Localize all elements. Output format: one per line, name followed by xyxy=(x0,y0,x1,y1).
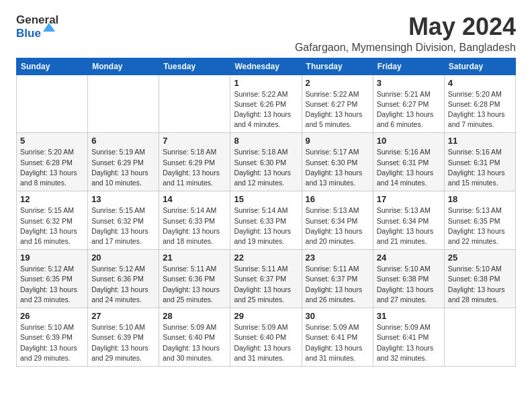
day-number: 12 xyxy=(20,194,84,204)
day-info: Sunrise: 5:21 AMSunset: 6:27 PMDaylight:… xyxy=(377,89,441,130)
day-number: 11 xyxy=(448,136,512,146)
calendar-day-31: 31Sunrise: 5:09 AMSunset: 6:41 PMDayligh… xyxy=(373,308,444,367)
calendar-day-3: 3Sunrise: 5:21 AMSunset: 6:27 PMDaylight… xyxy=(373,75,444,133)
day-number: 31 xyxy=(377,311,441,321)
main-title: May 2024 xyxy=(295,13,516,40)
title-block: May 2024 Gafargaon, Mymensingh Division,… xyxy=(295,13,516,54)
calendar-week-row: 5Sunrise: 5:20 AMSunset: 6:28 PMDaylight… xyxy=(17,133,516,191)
day-number: 1 xyxy=(234,78,298,88)
day-info: Sunrise: 5:09 AMSunset: 6:41 PMDaylight:… xyxy=(306,322,369,363)
calendar-table: SundayMondayTuesdayWednesdayThursdayFrid… xyxy=(16,58,516,367)
day-info: Sunrise: 5:19 AMSunset: 6:29 PMDaylight:… xyxy=(91,147,155,188)
day-info: Sunrise: 5:12 AMSunset: 6:36 PMDaylight:… xyxy=(91,264,155,305)
calendar-day-29: 29Sunrise: 5:09 AMSunset: 6:40 PMDayligh… xyxy=(230,308,302,367)
day-info: Sunrise: 5:16 AMSunset: 6:31 PMDaylight:… xyxy=(448,147,512,188)
calendar-week-row: 26Sunrise: 5:10 AMSunset: 6:39 PMDayligh… xyxy=(17,308,516,367)
day-info: Sunrise: 5:10 AMSunset: 6:38 PMDaylight:… xyxy=(377,264,441,305)
weekday-header-tuesday: Tuesday xyxy=(159,58,230,75)
day-number: 23 xyxy=(306,253,369,263)
empty-cell xyxy=(444,308,515,367)
day-number: 13 xyxy=(91,194,155,204)
day-info: Sunrise: 5:10 AMSunset: 6:39 PMDaylight:… xyxy=(20,322,84,363)
day-info: Sunrise: 5:18 AMSunset: 6:30 PMDaylight:… xyxy=(234,147,298,188)
calendar-day-11: 11Sunrise: 5:16 AMSunset: 6:31 PMDayligh… xyxy=(444,133,515,191)
calendar-day-6: 6Sunrise: 5:19 AMSunset: 6:29 PMDaylight… xyxy=(88,133,159,191)
calendar-day-9: 9Sunrise: 5:17 AMSunset: 6:30 PMDaylight… xyxy=(302,133,373,191)
day-info: Sunrise: 5:13 AMSunset: 6:34 PMDaylight:… xyxy=(306,205,369,246)
day-info: Sunrise: 5:15 AMSunset: 6:32 PMDaylight:… xyxy=(20,205,84,246)
calendar-day-2: 2Sunrise: 5:22 AMSunset: 6:27 PMDaylight… xyxy=(302,75,373,133)
weekday-header-monday: Monday xyxy=(88,58,159,75)
calendar-day-27: 27Sunrise: 5:10 AMSunset: 6:39 PMDayligh… xyxy=(88,308,159,367)
day-info: Sunrise: 5:09 AMSunset: 6:40 PMDaylight:… xyxy=(163,322,226,363)
day-number: 26 xyxy=(20,311,84,321)
day-number: 5 xyxy=(20,136,84,146)
weekday-header-wednesday: Wednesday xyxy=(230,58,302,75)
calendar-week-row: 12Sunrise: 5:15 AMSunset: 6:32 PMDayligh… xyxy=(17,191,516,250)
day-info: Sunrise: 5:13 AMSunset: 6:35 PMDaylight:… xyxy=(448,205,512,246)
day-info: Sunrise: 5:14 AMSunset: 6:33 PMDaylight:… xyxy=(163,205,226,246)
calendar-day-15: 15Sunrise: 5:14 AMSunset: 6:33 PMDayligh… xyxy=(230,191,302,250)
calendar-day-1: 1Sunrise: 5:22 AMSunset: 6:26 PMDaylight… xyxy=(230,75,302,133)
calendar-day-23: 23Sunrise: 5:11 AMSunset: 6:37 PMDayligh… xyxy=(302,250,373,308)
day-info: Sunrise: 5:13 AMSunset: 6:34 PMDaylight:… xyxy=(377,205,441,246)
calendar-day-30: 30Sunrise: 5:09 AMSunset: 6:41 PMDayligh… xyxy=(302,308,373,367)
day-number: 19 xyxy=(20,253,84,263)
day-number: 16 xyxy=(306,194,369,204)
day-number: 15 xyxy=(234,194,298,204)
calendar-day-19: 19Sunrise: 5:12 AMSunset: 6:35 PMDayligh… xyxy=(17,250,88,308)
logo: General Blue xyxy=(16,13,58,40)
empty-cell xyxy=(159,75,230,133)
weekday-header-friday: Friday xyxy=(373,58,444,75)
weekday-header-sunday: Sunday xyxy=(17,58,88,75)
header: General Blue May 2024 Gafargaon, Mymensi… xyxy=(16,13,516,54)
calendar-day-16: 16Sunrise: 5:13 AMSunset: 6:34 PMDayligh… xyxy=(302,191,373,250)
day-number: 2 xyxy=(306,78,369,88)
day-info: Sunrise: 5:09 AMSunset: 6:41 PMDaylight:… xyxy=(377,322,441,363)
day-info: Sunrise: 5:12 AMSunset: 6:35 PMDaylight:… xyxy=(20,264,84,305)
day-info: Sunrise: 5:22 AMSunset: 6:27 PMDaylight:… xyxy=(306,89,369,130)
day-number: 24 xyxy=(377,253,441,263)
day-info: Sunrise: 5:18 AMSunset: 6:29 PMDaylight:… xyxy=(163,147,226,188)
empty-cell xyxy=(88,75,159,133)
day-number: 9 xyxy=(306,136,369,146)
calendar-day-21: 21Sunrise: 5:11 AMSunset: 6:36 PMDayligh… xyxy=(159,250,230,308)
day-info: Sunrise: 5:11 AMSunset: 6:37 PMDaylight:… xyxy=(306,264,369,305)
day-info: Sunrise: 5:17 AMSunset: 6:30 PMDaylight:… xyxy=(306,147,369,188)
calendar-day-18: 18Sunrise: 5:13 AMSunset: 6:35 PMDayligh… xyxy=(444,191,515,250)
calendar-day-25: 25Sunrise: 5:10 AMSunset: 6:38 PMDayligh… xyxy=(444,250,515,308)
calendar-day-24: 24Sunrise: 5:10 AMSunset: 6:38 PMDayligh… xyxy=(373,250,444,308)
calendar-day-13: 13Sunrise: 5:15 AMSunset: 6:32 PMDayligh… xyxy=(88,191,159,250)
day-number: 30 xyxy=(306,311,369,321)
day-info: Sunrise: 5:09 AMSunset: 6:40 PMDaylight:… xyxy=(234,322,298,363)
calendar-day-10: 10Sunrise: 5:16 AMSunset: 6:31 PMDayligh… xyxy=(373,133,444,191)
day-info: Sunrise: 5:20 AMSunset: 6:28 PMDaylight:… xyxy=(448,89,512,130)
day-info: Sunrise: 5:15 AMSunset: 6:32 PMDaylight:… xyxy=(91,205,155,246)
subtitle: Gafargaon, Mymensingh Division, Banglade… xyxy=(295,42,516,54)
logo-triangle-icon xyxy=(43,23,55,32)
day-info: Sunrise: 5:16 AMSunset: 6:31 PMDaylight:… xyxy=(377,147,441,188)
calendar-week-row: 1Sunrise: 5:22 AMSunset: 6:26 PMDaylight… xyxy=(17,75,516,133)
logo-line2: Blue xyxy=(16,27,58,40)
calendar-day-4: 4Sunrise: 5:20 AMSunset: 6:28 PMDaylight… xyxy=(444,75,515,133)
day-number: 10 xyxy=(377,136,441,146)
calendar-day-26: 26Sunrise: 5:10 AMSunset: 6:39 PMDayligh… xyxy=(17,308,88,367)
day-info: Sunrise: 5:20 AMSunset: 6:28 PMDaylight:… xyxy=(20,147,84,188)
weekday-header-thursday: Thursday xyxy=(302,58,373,75)
calendar-day-28: 28Sunrise: 5:09 AMSunset: 6:40 PMDayligh… xyxy=(159,308,230,367)
calendar-day-22: 22Sunrise: 5:11 AMSunset: 6:37 PMDayligh… xyxy=(230,250,302,308)
day-number: 6 xyxy=(91,136,155,146)
day-number: 27 xyxy=(91,311,155,321)
weekday-header-saturday: Saturday xyxy=(444,58,515,75)
empty-cell xyxy=(17,75,88,133)
day-number: 21 xyxy=(163,253,226,263)
calendar-day-5: 5Sunrise: 5:20 AMSunset: 6:28 PMDaylight… xyxy=(17,133,88,191)
day-number: 20 xyxy=(91,253,155,263)
day-number: 14 xyxy=(163,194,226,204)
calendar-day-14: 14Sunrise: 5:14 AMSunset: 6:33 PMDayligh… xyxy=(159,191,230,250)
day-info: Sunrise: 5:22 AMSunset: 6:26 PMDaylight:… xyxy=(234,89,298,130)
calendar-day-20: 20Sunrise: 5:12 AMSunset: 6:36 PMDayligh… xyxy=(88,250,159,308)
day-info: Sunrise: 5:11 AMSunset: 6:36 PMDaylight:… xyxy=(163,264,226,305)
day-number: 7 xyxy=(163,136,226,146)
day-number: 3 xyxy=(377,78,441,88)
